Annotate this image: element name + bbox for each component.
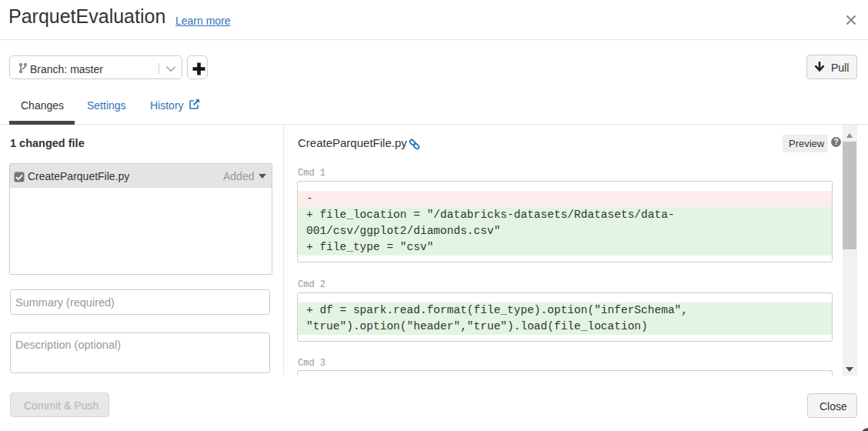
svg-text:?: ? <box>833 138 838 146</box>
